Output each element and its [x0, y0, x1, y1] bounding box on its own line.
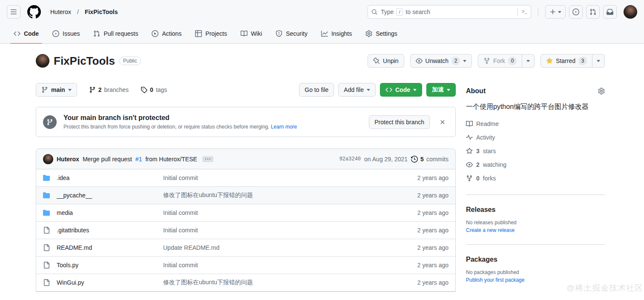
- code-icon: [14, 30, 20, 37]
- issue-opened-icon: [52, 30, 59, 37]
- file-commit-message-link[interactable]: 修改了图标在ubuntu下报错的问题: [163, 279, 389, 286]
- file-name-link[interactable]: media: [57, 209, 163, 216]
- unpin-button[interactable]: Unpin: [368, 54, 404, 68]
- tag-icon: [141, 86, 147, 93]
- commit-message[interactable]: Merge pull request: [83, 156, 132, 163]
- stars-label: stars: [483, 148, 496, 154]
- folder-icon: [43, 174, 50, 181]
- file-commit-message-link[interactable]: Initial commit: [163, 209, 389, 216]
- stars-count: 3: [476, 148, 480, 154]
- accelerate-button[interactable]: 加速: [426, 83, 456, 97]
- fork-button[interactable]: Fork 0: [478, 54, 522, 68]
- commit-hash-link[interactable]: 92a3240: [339, 156, 361, 162]
- fork-dropdown-button[interactable]: [522, 54, 535, 68]
- breadcrumb-owner[interactable]: Huterox: [48, 7, 74, 17]
- git-branch-icon: [41, 86, 48, 93]
- tab-label: Insights: [331, 30, 352, 37]
- commit-author[interactable]: Huterox: [57, 156, 79, 163]
- github-logo-icon[interactable]: [27, 5, 41, 19]
- file-commit-message-link[interactable]: Initial commit: [163, 174, 389, 181]
- global-search-input[interactable]: Type / to search >_: [368, 5, 531, 19]
- file-name-link[interactable]: README.md: [57, 244, 163, 251]
- banner-close-button[interactable]: [437, 116, 448, 128]
- create-new-button[interactable]: [545, 5, 566, 19]
- tab-settings[interactable]: Settings: [362, 24, 401, 43]
- file-name-link[interactable]: Tools.py: [57, 262, 163, 269]
- readme-label: Readme: [476, 120, 499, 127]
- tab-code[interactable]: Code: [10, 24, 42, 43]
- chevron-down-icon: [413, 89, 417, 91]
- tab-wiki[interactable]: Wiki: [237, 24, 265, 43]
- eye-icon: [416, 57, 423, 64]
- tab-projects[interactable]: Projects: [192, 24, 230, 43]
- file-name-link[interactable]: .gitattributes: [57, 227, 163, 234]
- repo-description: 一个使用python编写的跨平台图片修改器: [466, 102, 605, 112]
- unwatch-button[interactable]: Unwatch 2: [410, 54, 472, 68]
- main-column: main 2 branches 0 tags Go to file Add fi: [36, 82, 456, 292]
- tags-link[interactable]: 0 tags: [141, 86, 167, 93]
- commit-history-link[interactable]: 5 commits: [411, 156, 448, 163]
- add-file-button[interactable]: Add file: [338, 83, 376, 97]
- stars-link[interactable]: 3 stars: [466, 146, 605, 156]
- star-icon: [466, 148, 473, 154]
- file-commit-message-link[interactable]: 修改了图标在ubuntu下报错的问题: [163, 191, 389, 199]
- learn-more-link[interactable]: Learn more: [271, 124, 297, 130]
- code-icon: [385, 86, 392, 93]
- releases-empty-text: No releases published: [466, 220, 605, 226]
- branch-selector-button[interactable]: main: [36, 83, 77, 97]
- file-commit-message-link[interactable]: Update README.md: [163, 244, 389, 251]
- commit-author-avatar[interactable]: [43, 154, 53, 164]
- repo-title[interactable]: FixPicTools: [54, 54, 115, 68]
- tab-issues[interactable]: Issues: [49, 24, 83, 43]
- releases-title[interactable]: Releases: [466, 206, 605, 214]
- readme-link[interactable]: Readme: [466, 119, 605, 129]
- go-to-file-button[interactable]: Go to file: [299, 83, 334, 97]
- file-commit-message-link[interactable]: Initial commit: [163, 227, 389, 234]
- watching-link[interactable]: 2 watching: [466, 160, 605, 170]
- file-commit-message-link[interactable]: Initial commit: [163, 262, 389, 269]
- tab-security[interactable]: Security: [272, 24, 311, 43]
- file-age: 2 years ago: [389, 209, 448, 216]
- unpin-label: Unpin: [383, 57, 399, 64]
- user-avatar[interactable]: [624, 5, 637, 19]
- code-download-button[interactable]: Code: [380, 83, 422, 97]
- file-name-link[interactable]: WinGui.py: [57, 279, 163, 286]
- pr-number-link[interactable]: #1: [135, 156, 142, 163]
- forks-link[interactable]: 0 forks: [466, 173, 605, 183]
- command-palette-hint[interactable]: >_: [518, 8, 527, 16]
- breadcrumb-repo[interactable]: FixPicTools: [82, 7, 121, 17]
- file-name-link[interactable]: .idea: [57, 174, 163, 181]
- file-row: media Initial commit 2 years ago: [36, 204, 455, 222]
- activity-label: Activity: [476, 134, 495, 141]
- eye-icon: [466, 161, 473, 168]
- create-release-link[interactable]: Create a new release: [466, 227, 605, 233]
- chevron-down-icon: [558, 11, 561, 13]
- repo-owner-avatar[interactable]: [36, 54, 49, 68]
- packages-title[interactable]: Packages: [466, 256, 605, 263]
- tab-pull-requests[interactable]: Pull requests: [90, 24, 141, 43]
- commit-description-toggle[interactable]: [202, 156, 213, 162]
- inbox-icon: [607, 9, 613, 15]
- notifications-inbox-button[interactable]: [603, 5, 617, 19]
- commit-message-rest[interactable]: from Huterox/TESE: [145, 156, 197, 163]
- tab-actions[interactable]: Actions: [148, 24, 185, 43]
- branches-link[interactable]: 2 branches: [89, 86, 129, 93]
- activity-link[interactable]: Activity: [466, 132, 605, 143]
- file-row: .gitattributes Initial commit 2 years ag…: [36, 222, 455, 239]
- publish-package-link[interactable]: Publish your first package: [466, 277, 605, 283]
- tab-insights[interactable]: Insights: [318, 24, 355, 43]
- git-branch-badge-icon: [43, 115, 57, 129]
- file-name-link[interactable]: __pycache__: [57, 192, 163, 199]
- protect-branch-button[interactable]: Protect this branch: [369, 115, 430, 129]
- repo-nav: Code Issues Pull requests Actions Projec…: [0, 24, 644, 44]
- star-dropdown-button[interactable]: [592, 54, 605, 68]
- pull-requests-global-button[interactable]: [586, 5, 600, 19]
- watching-count: 2: [476, 161, 480, 168]
- hamburger-menu-button[interactable]: [7, 5, 20, 19]
- issues-global-button[interactable]: [569, 5, 583, 19]
- edit-about-button[interactable]: [598, 88, 605, 94]
- graph-icon: [321, 30, 328, 37]
- tags-label: tags: [156, 86, 167, 93]
- starred-button[interactable]: Starred 3: [540, 54, 592, 68]
- tab-label: Wiki: [251, 30, 262, 37]
